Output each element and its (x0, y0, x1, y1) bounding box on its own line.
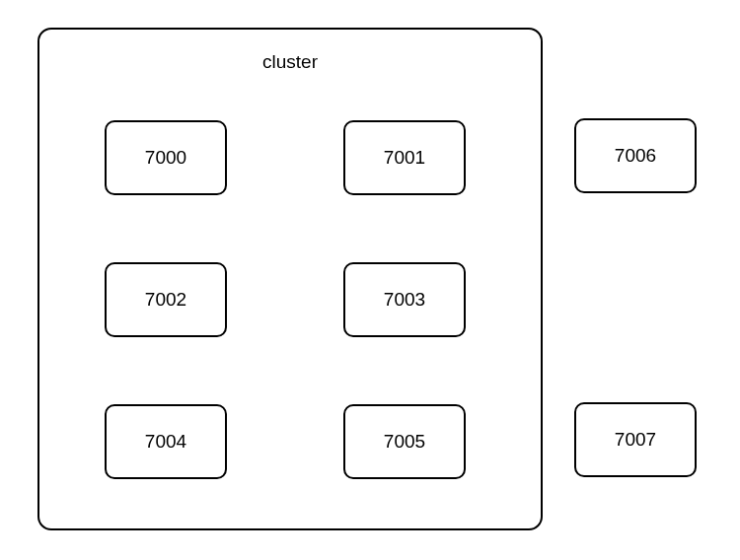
node-7006: 7006 (574, 118, 697, 193)
node-label: 7001 (384, 147, 425, 169)
node-label: 7007 (615, 429, 656, 451)
node-7001: 7001 (343, 120, 466, 195)
node-7000: 7000 (105, 120, 227, 195)
node-7002: 7002 (105, 262, 227, 337)
cluster-title: cluster (39, 51, 541, 73)
node-label: 7005 (384, 431, 425, 453)
node-7003: 7003 (343, 262, 466, 337)
node-7004: 7004 (105, 404, 227, 479)
node-label: 7004 (145, 431, 186, 453)
node-label: 7006 (615, 145, 656, 167)
node-label: 7000 (145, 147, 186, 169)
node-label: 7003 (384, 289, 425, 311)
node-label: 7002 (145, 289, 186, 311)
node-7007: 7007 (574, 402, 697, 477)
node-7005: 7005 (343, 404, 466, 479)
cluster-container: cluster 7000 7001 7002 7003 7004 7005 (37, 28, 543, 530)
